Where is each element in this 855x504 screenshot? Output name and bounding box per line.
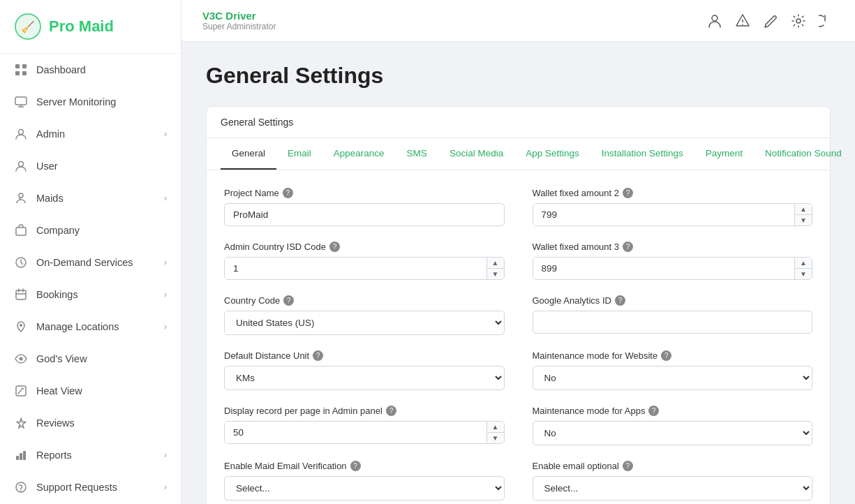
spinner-display-record-up[interactable]: ▲ bbox=[487, 422, 504, 433]
label-admin-isd: Admin Country ISD Code ? bbox=[224, 242, 505, 252]
sidebar-item-reports[interactable]: Reports › bbox=[0, 439, 181, 471]
input-google-analytics[interactable] bbox=[533, 311, 813, 334]
help-google-analytics-icon[interactable]: ? bbox=[615, 295, 625, 306]
page-title: General Settings bbox=[206, 63, 831, 89]
main-area: V3C Driver Super Administrator General S… bbox=[181, 0, 855, 504]
help-distance-unit-icon[interactable]: ? bbox=[313, 350, 323, 361]
form-group-country-code: Country Code ? United States (US) United… bbox=[224, 295, 505, 335]
select-maintenance-apps[interactable]: No Yes bbox=[533, 421, 813, 445]
tab-app-settings[interactable]: App Settings bbox=[514, 138, 590, 170]
input-project-name[interactable] bbox=[224, 203, 505, 226]
select-email-optional[interactable]: Select... Yes No bbox=[533, 476, 813, 501]
svg-point-10 bbox=[19, 162, 24, 167]
sidebar-item-dashboard[interactable]: Dashboard bbox=[0, 54, 181, 86]
topbar: V3C Driver Super Administrator bbox=[181, 0, 855, 42]
label-google-analytics: Google Analytics ID ? bbox=[533, 295, 813, 306]
sidebar-item-admin[interactable]: Admin › bbox=[0, 118, 181, 150]
sidebar-item-on-demand-services[interactable]: On-Demand Services › bbox=[0, 246, 181, 279]
tab-email[interactable]: Email bbox=[276, 138, 322, 170]
power-icon[interactable] bbox=[819, 13, 834, 29]
sidebar-label-server-monitoring: Server Monitoring bbox=[36, 96, 116, 108]
tab-social-media[interactable]: Social Media bbox=[438, 138, 514, 170]
sidebar-label-admin: Admin bbox=[36, 128, 65, 140]
sidebar-item-manage-locations[interactable]: Manage Locations › bbox=[0, 311, 181, 343]
help-maintenance-apps-icon[interactable]: ? bbox=[648, 406, 659, 416]
svg-rect-18 bbox=[16, 456, 19, 460]
spinner-admin-isd-down[interactable]: ▼ bbox=[487, 269, 504, 279]
select-maintenance-website[interactable]: No Yes bbox=[533, 366, 813, 390]
help-country-code-icon[interactable]: ? bbox=[283, 295, 294, 306]
tab-installation-settings[interactable]: Installation Settings bbox=[590, 138, 694, 170]
label-country-code: Country Code ? bbox=[224, 295, 505, 306]
edit-icon[interactable] bbox=[763, 13, 778, 29]
spinner-wallet-3: ▲ ▼ bbox=[533, 257, 813, 280]
help-maintenance-website-icon[interactable]: ? bbox=[661, 350, 671, 361]
sidebar-label-gods-view: God's View bbox=[36, 353, 87, 364]
spinner-wallet-2-down[interactable]: ▼ bbox=[795, 215, 812, 225]
help-admin-isd-icon[interactable]: ? bbox=[329, 242, 340, 252]
maid-icon bbox=[14, 191, 28, 205]
settings-icon[interactable] bbox=[791, 13, 806, 29]
spinner-wallet-3-down[interactable]: ▼ bbox=[795, 269, 812, 279]
help-maid-email-icon[interactable]: ? bbox=[350, 461, 361, 471]
tab-appearance[interactable]: Appearance bbox=[322, 138, 396, 170]
select-country-code[interactable]: United States (US) United Kingdom (UK) I… bbox=[224, 311, 505, 335]
form-group-google-analytics: Google Analytics ID ? bbox=[533, 295, 813, 335]
help-project-name-icon[interactable]: ? bbox=[283, 188, 293, 198]
input-wallet-2[interactable] bbox=[533, 204, 795, 225]
svg-point-15 bbox=[20, 324, 22, 327]
help-display-record-icon[interactable]: ? bbox=[386, 406, 396, 416]
svg-rect-5 bbox=[22, 71, 27, 75]
label-wallet-2: Wallet fixed amount 2 ? bbox=[533, 188, 813, 198]
form-group-project-name: Project Name ? bbox=[224, 188, 505, 226]
sidebar-label-dashboard: Dashboard bbox=[36, 64, 86, 75]
svg-point-9 bbox=[19, 130, 24, 135]
card-header: General Settings bbox=[207, 107, 830, 138]
svg-rect-14 bbox=[16, 290, 26, 299]
topbar-user-info: V3C Driver Super Administrator bbox=[202, 10, 276, 31]
sidebar-item-company[interactable]: Company bbox=[0, 214, 181, 246]
tab-general[interactable]: General bbox=[221, 138, 276, 170]
tab-sms[interactable]: SMS bbox=[396, 138, 438, 170]
chevron-icon: › bbox=[164, 450, 167, 460]
svg-point-23 bbox=[712, 15, 718, 21]
spinner-admin-isd-up[interactable]: ▲ bbox=[487, 258, 504, 269]
sidebar-item-support-requests[interactable]: Support Requests › bbox=[0, 471, 181, 503]
sidebar-item-server-monitoring[interactable]: Server Monitoring bbox=[0, 86, 181, 118]
input-wallet-3[interactable] bbox=[533, 258, 795, 279]
sidebar-label-heat-view: Heat View bbox=[36, 385, 82, 396]
monitor-icon bbox=[14, 95, 28, 109]
profile-icon[interactable] bbox=[707, 13, 722, 29]
input-admin-isd[interactable] bbox=[225, 258, 486, 279]
tab-payment[interactable]: Payment bbox=[694, 138, 754, 170]
help-wallet-2-icon[interactable]: ? bbox=[623, 188, 633, 198]
form-group-maintenance-apps: Maintenance mode for Apps ? No Yes bbox=[533, 406, 813, 445]
settings-card: General Settings General Email Appearanc… bbox=[206, 106, 831, 504]
spinner-wallet-3-up[interactable]: ▲ bbox=[795, 258, 812, 269]
help-email-optional-icon[interactable]: ? bbox=[623, 461, 633, 471]
sidebar-item-heat-view[interactable]: Heat View bbox=[0, 375, 181, 407]
spinner-display-record-down[interactable]: ▼ bbox=[487, 433, 504, 443]
form-grid: Project Name ? Wallet fixed amount 2 ? ▲ bbox=[207, 170, 830, 504]
sidebar-item-bookings[interactable]: Bookings › bbox=[0, 279, 181, 311]
spinner-display-record: ▲ ▼ bbox=[224, 421, 505, 444]
spinner-wallet-2-btns: ▲ ▼ bbox=[794, 204, 812, 225]
star-icon bbox=[14, 416, 28, 430]
help-wallet-3-icon[interactable]: ? bbox=[623, 242, 633, 252]
sidebar-item-user[interactable]: User bbox=[0, 150, 181, 182]
label-maintenance-apps: Maintenance mode for Apps ? bbox=[533, 406, 813, 416]
chevron-icon: › bbox=[164, 482, 167, 492]
spinner-admin-isd-btns: ▲ ▼ bbox=[486, 258, 504, 279]
sidebar-item-maids[interactable]: Maids › bbox=[0, 182, 181, 214]
sidebar-item-reviews[interactable]: Reviews bbox=[0, 407, 181, 439]
input-display-record[interactable] bbox=[225, 422, 486, 443]
alert-icon[interactable] bbox=[735, 13, 750, 29]
chevron-icon: › bbox=[164, 290, 167, 299]
sidebar-label-user: User bbox=[36, 161, 58, 172]
select-distance-unit[interactable]: KMs Miles bbox=[224, 366, 505, 390]
tab-notification-sound[interactable]: Notification Sound bbox=[754, 138, 853, 170]
heat-icon bbox=[14, 384, 28, 398]
select-maid-email[interactable]: Select... Yes No bbox=[224, 476, 505, 501]
sidebar-item-gods-view[interactable]: God's View bbox=[0, 343, 181, 375]
spinner-wallet-2-up[interactable]: ▲ bbox=[795, 204, 812, 215]
